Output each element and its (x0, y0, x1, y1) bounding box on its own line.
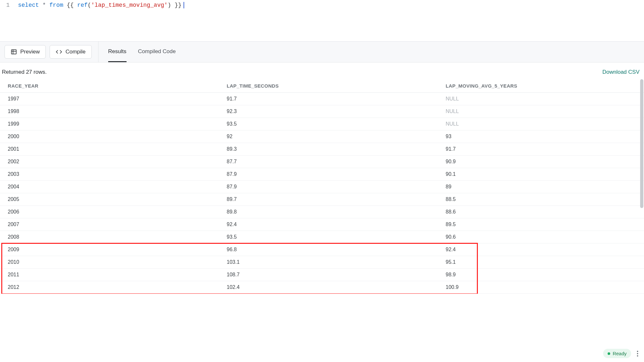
cell-lap-time-seconds: 96.8 (219, 243, 438, 256)
text-cursor (184, 2, 184, 8)
table-row[interactable]: 200689.888.6 (0, 206, 644, 218)
cell-lap-time-seconds: 89.8 (219, 206, 438, 218)
cell-lap-time-seconds: 87.7 (219, 156, 438, 168)
cell-lap-time-seconds: 89.3 (219, 143, 438, 156)
cell-lap-moving-avg: NULL (438, 105, 644, 118)
table-row[interactable]: 200589.788.5 (0, 193, 644, 206)
cell-race-year: 2001 (0, 143, 219, 156)
cell-race-year: 2003 (0, 168, 219, 181)
cell-lap-moving-avg: 93 (438, 130, 644, 143)
cell-race-year: 2008 (0, 231, 219, 243)
cell-race-year: 1997 (0, 93, 219, 105)
cell-race-year: 2002 (0, 156, 219, 168)
cell-lap-moving-avg: 90.9 (438, 156, 644, 168)
results-meta: Returned 27 rows. Download CSV (0, 62, 644, 79)
cell-lap-time-seconds: 89.7 (219, 193, 438, 206)
preview-button[interactable]: Preview (5, 45, 46, 59)
table-row[interactable]: 200893.590.6 (0, 231, 644, 243)
table-header-row: RACE_YEAR LAP_TIME_SECONDS LAP_MOVING_AV… (0, 79, 644, 93)
column-header[interactable]: RACE_YEAR (0, 79, 219, 93)
cell-lap-time-seconds: 92.3 (219, 105, 438, 118)
cell-lap-moving-avg: 95.1 (438, 256, 644, 269)
cell-race-year: 2011 (0, 269, 219, 281)
table-row[interactable]: 200792.489.5 (0, 218, 644, 231)
vertical-scrollbar[interactable] (640, 79, 643, 294)
results-table-wrap: RACE_YEAR LAP_TIME_SECONDS LAP_MOVING_AV… (0, 79, 644, 294)
cell-race-year: 2010 (0, 256, 219, 269)
cell-lap-time-seconds: 93.5 (219, 231, 438, 243)
table-row[interactable]: 200287.790.9 (0, 156, 644, 168)
cell-race-year: 2012 (0, 281, 219, 294)
results-tabs: Results Compiled Code (108, 42, 176, 62)
cell-race-year: 2000 (0, 130, 219, 143)
table-row[interactable]: 2012102.4100.9 (0, 281, 644, 294)
preview-label: Preview (20, 49, 40, 55)
download-csv-link[interactable]: Download CSV (602, 69, 639, 75)
toolbar-buttons: Preview Compile (5, 42, 99, 62)
table-row[interactable]: 200996.892.4 (0, 243, 644, 256)
token-keyword: select (18, 1, 39, 9)
tab-results[interactable]: Results (108, 42, 127, 62)
compile-label: Compile (65, 49, 85, 55)
cell-lap-moving-avg: 90.1 (438, 168, 644, 181)
cell-lap-time-seconds: 93.5 (219, 118, 438, 130)
cell-lap-moving-avg: 89.5 (438, 218, 644, 231)
token-keyword: from (49, 1, 63, 9)
table-row[interactable]: 20009293 (0, 130, 644, 143)
table-row[interactable]: 2011108.798.9 (0, 269, 644, 281)
token-paren: ( (88, 1, 91, 9)
cell-lap-time-seconds: 103.1 (219, 256, 438, 269)
table-row[interactable]: 199993.5NULL (0, 118, 644, 130)
cell-lap-time-seconds: 87.9 (219, 181, 438, 193)
cell-lap-moving-avg: 88.6 (438, 206, 644, 218)
cell-race-year: 2004 (0, 181, 219, 193)
tab-compiled-code[interactable]: Compiled Code (138, 42, 176, 62)
compile-button[interactable]: Compile (50, 45, 91, 59)
token-function: ref (77, 1, 88, 9)
table-row[interactable]: 200189.391.7 (0, 143, 644, 156)
line-number: 1 (0, 1, 18, 9)
table-icon (11, 49, 17, 55)
token-operator: * (43, 1, 46, 9)
cell-race-year: 2009 (0, 243, 219, 256)
cell-lap-time-seconds: 92 (219, 130, 438, 143)
svg-rect-0 (12, 50, 16, 54)
column-header[interactable]: LAP_MOVING_AVG_5_YEARS (438, 79, 644, 93)
token-brace: {{ (67, 1, 74, 9)
rows-returned-text: Returned 27 rows. (2, 69, 47, 75)
results-table: RACE_YEAR LAP_TIME_SECONDS LAP_MOVING_AV… (0, 79, 644, 294)
table-row[interactable]: 2010103.195.1 (0, 256, 644, 269)
code-line[interactable]: 1 select * from {{ ref ( 'lap_times_movi… (0, 1, 644, 9)
cell-race-year: 1998 (0, 105, 219, 118)
cell-lap-moving-avg: 91.7 (438, 143, 644, 156)
cell-race-year: 1999 (0, 118, 219, 130)
cell-lap-moving-avg: 89 (438, 181, 644, 193)
column-header[interactable]: LAP_TIME_SECONDS (219, 79, 438, 93)
token-brace: }} (175, 1, 182, 9)
cell-lap-time-seconds: 102.4 (219, 281, 438, 294)
vertical-scrollbar-thumb[interactable] (640, 79, 643, 208)
cell-race-year: 2007 (0, 218, 219, 231)
table-row[interactable]: 199892.3NULL (0, 105, 644, 118)
table-row[interactable]: 199791.7NULL (0, 93, 644, 105)
cell-lap-time-seconds: 92.4 (219, 218, 438, 231)
cell-lap-time-seconds: 108.7 (219, 269, 438, 281)
cell-lap-moving-avg: 88.5 (438, 193, 644, 206)
table-row[interactable]: 200487.989 (0, 181, 644, 193)
results-toolbar: Preview Compile Results Compiled Code (0, 41, 644, 62)
cell-lap-moving-avg: 90.6 (438, 231, 644, 243)
cell-lap-moving-avg: 100.9 (438, 281, 644, 294)
cell-lap-moving-avg: NULL (438, 118, 644, 130)
token-string: 'lap_times_moving_avg' (91, 1, 168, 9)
cell-lap-time-seconds: 91.7 (219, 93, 438, 105)
token-paren: ) (168, 1, 171, 9)
cell-lap-moving-avg: 92.4 (438, 243, 644, 256)
code-editor[interactable]: 1 select * from {{ ref ( 'lap_times_movi… (0, 0, 644, 41)
cell-lap-moving-avg: 98.9 (438, 269, 644, 281)
cell-race-year: 2006 (0, 206, 219, 218)
code-icon (56, 49, 62, 55)
cell-lap-time-seconds: 87.9 (219, 168, 438, 181)
table-row[interactable]: 200387.990.1 (0, 168, 644, 181)
cell-race-year: 2005 (0, 193, 219, 206)
cell-lap-moving-avg: NULL (438, 93, 644, 105)
